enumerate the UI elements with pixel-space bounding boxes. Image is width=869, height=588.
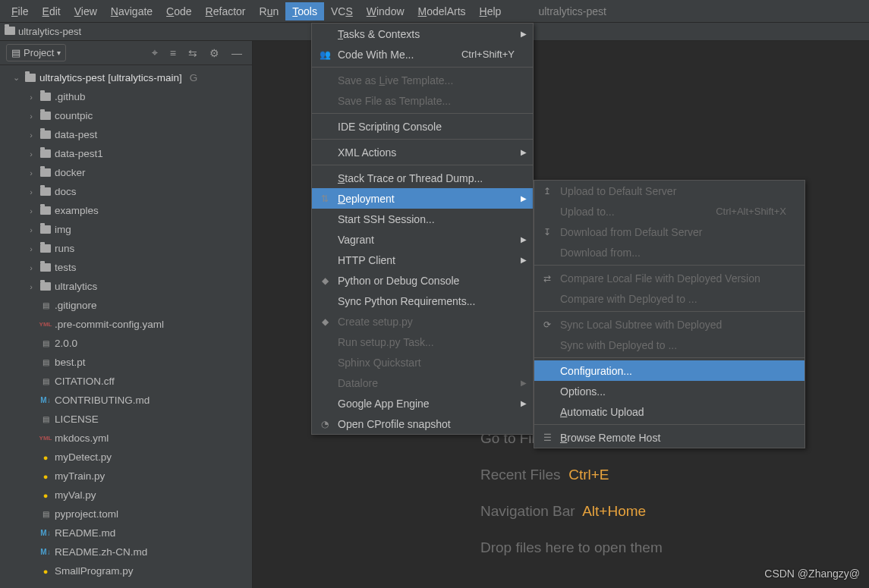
tree-file-myTrain.py[interactable]: ●myTrain.py [0,467,252,486]
tools-item-0[interactable]: Tasks & Contexts▶ [312,24,533,44]
file-icon: ● [39,491,52,500]
menu-modelarts[interactable]: ModelArts [411,2,473,20]
tree-folder-data-pest[interactable]: ›data-pest [0,125,252,144]
deployment-submenu: ↥Upload to Default ServerUpload to...Ctr… [534,180,805,448]
tree-arrow-icon[interactable]: › [26,187,36,197]
deploy-item-13[interactable]: Automatic Upload [534,401,804,422]
expand-all-icon[interactable]: ≡ [166,46,180,61]
deploy-item-12[interactable]: Options... [534,381,804,401]
tree-folder-countpic[interactable]: ›countpic [0,106,252,125]
file-icon [39,112,52,120]
tree-arrow-icon[interactable]: › [26,130,36,140]
tree-file-myDetect.py[interactable]: ●myDetect.py [0,448,252,467]
tools-item-1[interactable]: 👥Code With Me...Ctrl+Shift+Y [312,44,533,64]
tree-file-.gitignore[interactable]: ▤.gitignore [0,296,252,315]
deploy-item-11[interactable]: Configuration... [534,360,804,381]
tools-item-13[interactable]: Vagrant▶ [312,229,533,250]
menu-file[interactable]: File [5,2,36,20]
tree-label: SmallProgram.py [55,565,134,577]
tree-folder-data-pest1[interactable]: ›data-pest1 [0,144,252,163]
tools-sep [312,67,533,68]
menu-help[interactable]: Help [473,2,508,20]
tree-folder-ultralytics[interactable]: ›ultralytics [0,277,252,296]
tree-arrow-icon[interactable]: › [26,149,36,159]
menu-refactor[interactable]: Refactor [199,2,253,20]
menu-view[interactable]: View [68,2,104,20]
tools-item-22[interactable]: ◔Open CProfile snapshot [312,413,533,434]
tools-item-6[interactable]: IDE Scripting Console [312,116,533,137]
menu-item-label: Sync Python Requirements... [338,295,475,307]
tree-file-best.pt[interactable]: ▤best.pt [0,353,252,372]
menu-tools[interactable]: Tools [285,2,324,20]
py-icon: ◆ [318,316,332,327]
tools-item-8[interactable]: XML Actions▶ [312,142,533,162]
tree-root[interactable]: ⌄ultralytics-pest [ultralytics-main]G [0,68,252,87]
select-opened-file-icon[interactable]: ⌖ [148,45,162,61]
menu-edit[interactable]: Edit [36,2,68,20]
tools-item-15[interactable]: ◆Python or Debug Console [312,270,533,291]
tree-file-CONTRIBUTING.md[interactable]: M↓CONTRIBUTING.md [0,391,252,410]
tree-file-CITATION.cff[interactable]: ▤CITATION.cff [0,372,252,391]
menu-item-label: Options... [560,385,606,398]
tools-item-10[interactable]: Stack Trace or Thread Dump... [312,168,533,188]
menu-item-label: Create setup.py [338,316,413,328]
tools-item-14[interactable]: HTTP Client▶ [312,250,533,270]
tree-folder-docker[interactable]: ›docker [0,163,252,182]
menu-shortcut: Ctrl+Alt+Shift+X [716,206,786,217]
deploy-item-9: Sync with Deployed to ... [534,335,804,355]
tree-label: pyproject.toml [55,508,118,520]
breadcrumb-label[interactable]: ultralytics-pest [18,26,81,37]
deploy-item-15[interactable]: ☰Browse Remote Host [534,427,804,448]
tree-arrow-icon[interactable]: › [26,112,36,121]
tree-file-README.md[interactable]: M↓README.md [0,524,252,542]
project-icon: ▤ [11,47,20,58]
tree-label: README.zh-CN.md [55,546,147,558]
tree-folder-examples[interactable]: ›examples [0,201,252,220]
file-icon: M↓ [39,548,52,556]
tree-file-README.zh-CN.md[interactable]: M↓README.zh-CN.md [0,542,252,561]
hide-icon[interactable]: — [228,46,246,61]
menu-navigate[interactable]: Navigate [104,2,159,20]
tools-sep [312,113,533,114]
menu-vcs[interactable]: VCS [324,2,360,20]
tree-arrow-icon[interactable]: › [26,206,36,215]
tree-file-SmallProgram.py[interactable]: ●SmallProgram.py [0,561,252,580]
tree-file-LICENSE[interactable]: ▤LICENSE [0,410,252,429]
tools-item-11[interactable]: ⇅Deployment▶ [312,188,533,209]
project-view-selector[interactable]: ▤ Project ▾ [6,44,66,61]
menu-item-label: Stack Trace or Thread Dump... [338,172,483,184]
tree-folder-img[interactable]: ›img [0,220,252,239]
deploy-icon: ⇅ [318,193,332,204]
tree-arrow-icon[interactable]: ⌄ [11,73,21,83]
submenu-arrow-icon: ▶ [521,148,527,156]
tree-arrow-icon[interactable]: › [26,244,36,253]
tree-arrow-icon[interactable]: › [26,263,36,272]
menu-window[interactable]: Window [360,2,411,20]
tree-folder-tests[interactable]: ›tests [0,258,252,277]
tools-sep [312,139,533,140]
collapse-all-icon[interactable]: ⇆ [184,46,201,61]
tree-arrow-icon[interactable]: › [26,282,36,291]
tools-item-21[interactable]: Google App Engine▶ [312,393,533,413]
tree-arrow-icon[interactable]: › [26,225,36,234]
menu-item-label: Browse Remote Host [560,432,660,444]
tree-arrow-icon[interactable]: › [26,168,36,178]
submenu-arrow-icon: ▶ [521,235,527,244]
tree-arrow-icon[interactable]: › [26,93,36,102]
tools-item-12[interactable]: Start SSH Session... [312,209,533,229]
project-tool-window: ▤ Project ▾ ⌖ ≡ ⇆ ⚙ — ⌄ultralytics-pest … [0,41,253,588]
tree-file-myVal.py[interactable]: ●myVal.py [0,486,252,505]
tree-folder-runs[interactable]: ›runs [0,239,252,258]
tree-file-pyproject.toml[interactable]: ▤pyproject.toml [0,505,252,524]
tree-file-2.0.0[interactable]: ▤2.0.0 [0,334,252,353]
tree-file-.pre-commit-config.yaml[interactable]: YML.pre-commit-config.yaml [0,315,252,334]
menu-run[interactable]: Run [253,2,286,20]
tree-folder-.github[interactable]: ›.github [0,87,252,106]
settings-icon[interactable]: ⚙ [206,46,223,61]
menu-code[interactable]: Code [159,2,198,20]
tree-folder-docs[interactable]: ›docs [0,182,252,201]
project-tree[interactable]: ⌄ultralytics-pest [ultralytics-main]G›.g… [0,65,252,588]
tools-item-16[interactable]: Sync Python Requirements... [312,291,533,311]
tree-file-mkdocs.yml[interactable]: YMLmkdocs.yml [0,429,252,448]
menubar: File Edit View Navigate Code Refactor Ru… [0,0,869,23]
